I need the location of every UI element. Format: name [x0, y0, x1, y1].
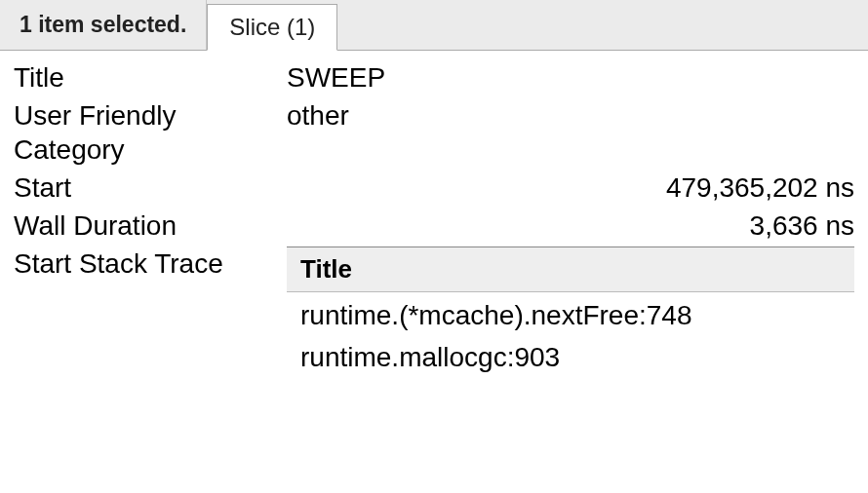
details-panel: Title SWEEP User Friendly Category other… [0, 51, 868, 390]
value-title: SWEEP [287, 60, 854, 95]
row-stack-trace: Start Stack Trace Title runtime.(*mcache… [14, 246, 854, 376]
stack-frame: runtime.(*mcache).nextFree:748 [287, 292, 854, 334]
row-wall-duration: Wall Duration 3,636 ns [14, 209, 854, 243]
label-start: Start [14, 171, 287, 205]
selection-count: 1 item selected. [0, 0, 207, 50]
row-start: Start 479,365,202 ns [14, 171, 854, 205]
label-category: User Friendly Category [14, 98, 287, 167]
row-category: User Friendly Category other [14, 98, 854, 167]
value-category: other [287, 98, 854, 133]
tab-slice[interactable]: Slice (1) [207, 4, 337, 51]
row-title: Title SWEEP [14, 60, 854, 95]
label-title: Title [14, 60, 287, 95]
label-stack-trace: Start Stack Trace [14, 246, 287, 281]
value-wall-duration: 3,636 ns [287, 209, 854, 243]
stack-frame: runtime.mallocgc:903 [287, 334, 854, 376]
stack-trace-container: Title runtime.(*mcache).nextFree:748 run… [287, 246, 854, 376]
value-start: 479,365,202 ns [287, 171, 854, 205]
stack-trace-table: Title runtime.(*mcache).nextFree:748 run… [287, 246, 854, 376]
stack-trace-header: Title [287, 247, 854, 292]
label-wall-duration: Wall Duration [14, 209, 287, 243]
tab-bar: 1 item selected. Slice (1) [0, 0, 868, 51]
